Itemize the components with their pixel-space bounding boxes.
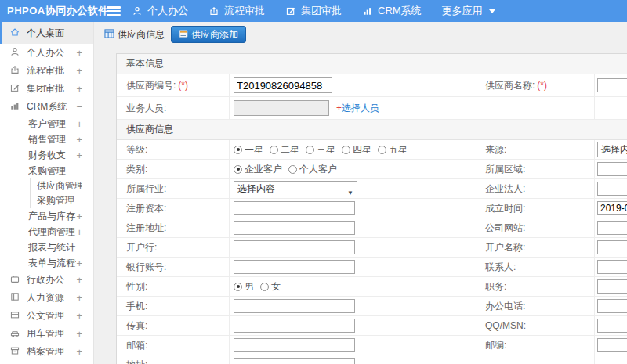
radio-icon (378, 146, 386, 154)
fax-input[interactable] (234, 319, 355, 333)
expand-toggle[interactable]: + (76, 65, 82, 77)
radio-option[interactable]: 女 (260, 280, 281, 294)
sidebar-item-vehicle-mgmt[interactable]: 用车管理 + (0, 325, 93, 343)
expand-toggle[interactable]: + (76, 274, 82, 286)
sidebar-item-customer-mgmt[interactable]: 客户管理 + (0, 116, 93, 132)
radio-option[interactable]: 五星 (378, 143, 408, 157)
collapse-toggle[interactable]: − (76, 165, 82, 177)
form-row: 业务人员: +选择人员 (117, 97, 627, 120)
email-input[interactable] (234, 338, 355, 352)
topbar: PHPOA协同办公软件 个人办公 流程审批 集团审批 CRM系统 更多应用 (0, 0, 627, 22)
field-label: 地址: (126, 359, 147, 364)
expand-toggle[interactable]: + (76, 118, 82, 130)
sidebar-item-purchase-mgmt[interactable]: 采购管理 − (0, 163, 93, 178)
form-row: 供应商编号:(*) 供应商名称:(*) (117, 74, 627, 97)
radio-option[interactable]: 四星 (342, 143, 371, 157)
sidebar-item-archive-mgmt[interactable]: 档案管理 + (0, 343, 93, 361)
expand-toggle[interactable]: + (76, 83, 82, 95)
form-row: 手机: 办公电话: (117, 297, 627, 316)
expand-toggle[interactable]: + (76, 346, 82, 358)
sidebar-item-product-inventory[interactable]: 产品与库存 + (0, 208, 93, 224)
sidebar-item-group-approval[interactable]: 集团审批 + (0, 80, 93, 98)
menu-toggle-icon[interactable] (107, 6, 121, 16)
sidebar-item-crm-system[interactable]: CRM系统 − (0, 98, 93, 116)
collapse-toggle[interactable]: − (76, 101, 82, 113)
tab-supplier-info[interactable]: 供应商信息 (104, 28, 165, 41)
registered-capital-input[interactable] (234, 201, 355, 215)
mobile-input[interactable] (234, 299, 355, 313)
founded-date-input[interactable] (597, 201, 627, 215)
expand-toggle[interactable]: + (76, 134, 82, 146)
expand-toggle[interactable]: + (76, 292, 82, 304)
nav-personal-office[interactable]: 个人办公 (132, 4, 188, 18)
field-label: 性别: (126, 280, 147, 294)
supplier-no-input[interactable] (234, 77, 332, 93)
nav-group-approval[interactable]: 集团审批 (285, 4, 342, 18)
home-icon (9, 27, 20, 40)
field-label: 传真: (126, 319, 147, 333)
industry-select[interactable]: 选择内容▼ (234, 181, 357, 196)
sidebar-item-reports[interactable]: 报表与统计 (0, 240, 93, 255)
field-label: 联系人: (485, 261, 516, 274)
source-select[interactable]: 选择内容▼ (597, 142, 627, 157)
radio-option[interactable]: 男 (234, 280, 254, 294)
radio-option[interactable]: 二星 (270, 143, 299, 157)
sidebar-item-admin-office[interactable]: 行政办公 + (0, 271, 93, 289)
expand-toggle[interactable]: + (76, 258, 82, 269)
select-person-link[interactable]: +选择人员 (336, 102, 379, 115)
account-name-input[interactable] (597, 240, 627, 254)
radio-icon (270, 146, 278, 154)
office-phone-input[interactable] (597, 299, 627, 313)
crm-submenu: 客户管理 + 销售管理 + 财务收支 + 采购管理 − 供应商管理 采购管理 产… (0, 116, 93, 271)
radio-option[interactable]: 一星 (234, 143, 263, 157)
expand-toggle[interactable]: + (76, 310, 82, 322)
sidebar-item-purchasing[interactable]: 采购管理 (31, 193, 93, 208)
nav-workflow-approval[interactable]: 流程审批 (208, 4, 265, 18)
expand-toggle[interactable]: + (76, 328, 82, 340)
sidebar-item-finance[interactable]: 财务收支 + (0, 147, 93, 163)
expand-toggle[interactable]: + (76, 150, 82, 161)
tab-supplier-add[interactable]: 供应商添加 (171, 26, 246, 43)
sidebar-item-form-flow-settings[interactable]: 表单与流程设置 + (0, 255, 93, 271)
expand-toggle[interactable]: + (76, 47, 82, 59)
field-label: 邮箱: (126, 339, 147, 352)
sidebar-item-personal-office[interactable]: 个人办公 + (0, 44, 93, 62)
sidebar-item-sales-mgmt[interactable]: 销售管理 + (0, 132, 93, 147)
radio-icon (234, 146, 242, 154)
chevron-down-icon: ▼ (347, 186, 353, 200)
legal-person-input[interactable] (597, 182, 627, 196)
nav-crm-system[interactable]: CRM系统 (362, 4, 422, 18)
radio-option[interactable]: 三星 (306, 143, 335, 157)
radio-option[interactable]: 个人客户 (288, 163, 337, 176)
zip-code-input[interactable] (597, 338, 627, 352)
position-input[interactable] (597, 279, 627, 294)
company-website-input[interactable] (597, 221, 627, 235)
bank-branch-input[interactable] (234, 240, 355, 254)
address-input[interactable] (234, 358, 355, 364)
sidebar-item-document-mgmt[interactable]: 公文管理 + (0, 307, 93, 325)
field-label: 企业法人: (485, 182, 525, 196)
sidebar-item-personal-desktop[interactable]: 个人桌面 (0, 22, 93, 44)
business-person-input[interactable] (234, 100, 329, 116)
registered-address-input[interactable] (234, 221, 355, 235)
nav-more-apps[interactable]: 更多应用 (442, 4, 495, 18)
sidebar-item-workflow-approval[interactable]: 流程审批 + (0, 62, 93, 80)
supplier-name-input[interactable] (597, 78, 627, 92)
radio-icon (234, 283, 242, 291)
sidebar-item-agent-mgmt[interactable]: 代理商管理 + (0, 224, 93, 240)
region-input[interactable] (597, 162, 627, 176)
sidebar-item-supplier-mgmt[interactable]: 供应商管理 (31, 178, 93, 193)
expand-toggle[interactable]: + (76, 211, 82, 222)
form-row: 注册地址: 公司网站: (117, 218, 627, 238)
field-label: 供应商编号: (126, 79, 176, 92)
sidebar-item-hr[interactable]: 人力资源 + (0, 289, 93, 307)
qq-msn-input[interactable] (597, 319, 627, 333)
bank-account-input[interactable] (234, 260, 355, 274)
contact-person-input[interactable] (597, 260, 627, 274)
radio-icon (260, 283, 269, 291)
expand-toggle[interactable]: + (76, 226, 82, 238)
field-label: 公司网站: (485, 222, 525, 235)
user-icon (9, 46, 20, 59)
form-row: 银行账号: 联系人: (117, 258, 627, 277)
radio-option[interactable]: 企业客户 (234, 163, 282, 176)
